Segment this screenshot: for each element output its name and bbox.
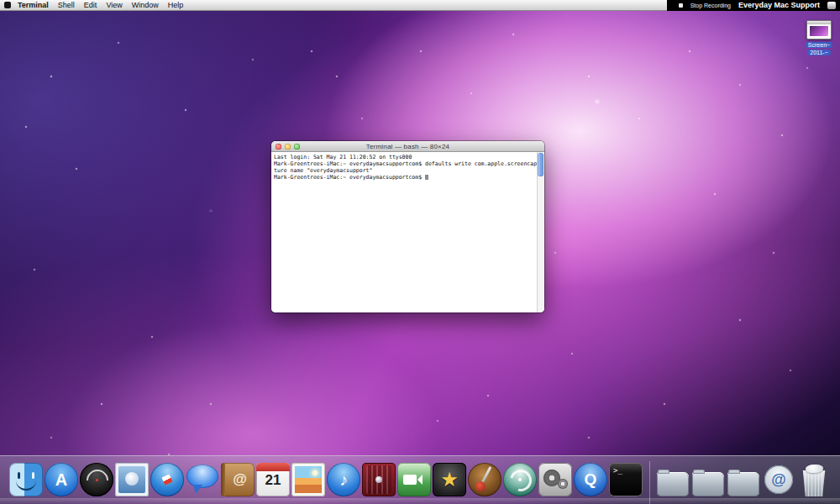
- dock-downloads-folder-icon[interactable]: [727, 463, 760, 496]
- minimize-button[interactable]: [285, 144, 291, 150]
- dock-finder-icon[interactable]: [9, 463, 43, 496]
- terminal-window: Terminal — bash — 80×24 Last login: Sat …: [271, 141, 544, 312]
- dock-system-preferences-icon[interactable]: [538, 463, 572, 496]
- dock-address-book-icon[interactable]: [221, 463, 255, 496]
- dock-facetime-icon[interactable]: [397, 463, 431, 496]
- window-title-bar[interactable]: Terminal — bash — 80×24: [271, 141, 544, 152]
- stop-recording-icon: [679, 3, 683, 8]
- dock-iphoto-icon[interactable]: [291, 463, 325, 496]
- dock-terminal-icon[interactable]: [609, 463, 643, 496]
- terminal-content[interactable]: Last login: Sat May 21 11:20:52 on ttys0…: [271, 152, 544, 312]
- dock-applications-folder-icon[interactable]: [656, 463, 690, 496]
- zoom-button[interactable]: [294, 144, 300, 150]
- menu-window[interactable]: Window: [132, 0, 159, 11]
- calendar-day-label: 21: [256, 473, 290, 487]
- menu-shell[interactable]: Shell: [58, 0, 75, 11]
- watermark-text: Everyday Mac Support: [738, 1, 820, 9]
- menu-view[interactable]: View: [106, 0, 122, 11]
- menu-bar-right-overlay: Stop Recording Everyday Mac Support: [667, 0, 840, 11]
- dock-photo-booth-icon[interactable]: [362, 463, 396, 496]
- stop-recording-button[interactable]: Stop Recording: [690, 3, 731, 8]
- dock-garageband-icon[interactable]: [468, 463, 501, 496]
- desktop-file-label-line1: Screen~: [799, 41, 839, 49]
- menu-help[interactable]: Help: [168, 0, 184, 11]
- dock-itunes-icon[interactable]: [327, 463, 360, 496]
- desktop-file-screenshot[interactable]: Screen~ 2011-~: [799, 20, 839, 56]
- close-button[interactable]: [276, 144, 281, 150]
- apple-menu-icon[interactable]: [4, 2, 11, 8]
- window-title: Terminal — bash — 80×24: [366, 143, 450, 150]
- terminal-line: Last login: Sat May 21 11:20:52 on ttys0…: [274, 154, 534, 160]
- desktop-file-label-line2: 2011-~: [799, 49, 839, 56]
- desktop-wallpaper: Terminal Shell Edit View Window Help Sto…: [0, 0, 840, 504]
- menu-bar: Terminal Shell Edit View Window Help Sto…: [0, 0, 840, 11]
- terminal-line: Mark-Greentrees-iMac:~ everydaymacsuppor…: [274, 160, 534, 167]
- dock-ichat-icon[interactable]: [186, 463, 219, 496]
- screenshot-thumbnail-icon: [806, 20, 832, 39]
- dock-time-machine-icon[interactable]: [503, 463, 537, 496]
- dock-documents-folder-icon[interactable]: [691, 463, 725, 496]
- scrollbar-thumb[interactable]: [538, 153, 543, 176]
- dock-sites-icon[interactable]: [762, 463, 795, 496]
- traffic-lights: [276, 144, 300, 150]
- dock-mail-icon[interactable]: [115, 463, 149, 496]
- dock-trash-icon[interactable]: [797, 463, 831, 496]
- dock-imovie-icon[interactable]: [433, 463, 466, 496]
- terminal-cursor: [425, 175, 428, 180]
- terminal-line: ture name "everydaymacsupport": [274, 167, 534, 174]
- dock-dashboard-icon[interactable]: [80, 463, 113, 496]
- menu-app-name[interactable]: Terminal: [18, 0, 49, 11]
- dock-ical-icon[interactable]: 21: [256, 463, 290, 496]
- dock-divider: [644, 459, 654, 496]
- dock-app-store-icon[interactable]: [45, 463, 78, 496]
- scrollbar-track[interactable]: [537, 152, 544, 312]
- dock-quicktime-icon[interactable]: [574, 463, 607, 496]
- menu-edit[interactable]: Edit: [84, 0, 97, 11]
- dock-safari-icon[interactable]: [150, 463, 184, 496]
- terminal-prompt-line: Mark-Greentrees-iMac:~ everydaymacsuppor…: [274, 174, 534, 181]
- dock: 21: [0, 455, 840, 504]
- recorder-app-icon[interactable]: [827, 2, 836, 9]
